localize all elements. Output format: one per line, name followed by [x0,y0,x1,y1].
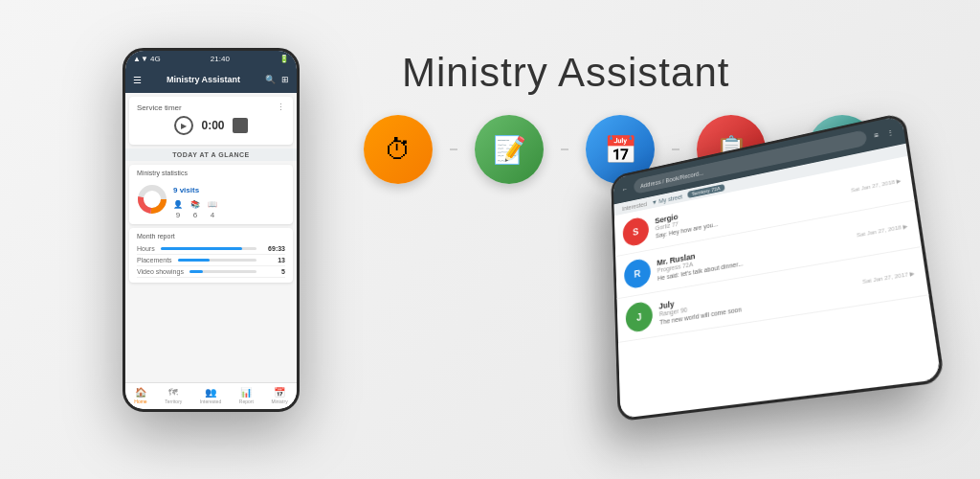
month-report-title: Month report [137,233,285,240]
ministry-stats-section: Ministry statistics 9 visits 👤 9 [129,165,293,224]
filter-icon[interactable]: ≡ [874,130,880,139]
nav-home[interactable]: 🏠 Home [134,387,146,405]
hours-label: Hours [137,245,155,252]
calendar-icon-symbol: 📅 [604,134,637,166]
icon-connector-3 [672,148,679,150]
avatar-sergio: S [622,216,649,247]
back-icon[interactable]: ← [621,185,628,194]
nav-interested[interactable]: 👥 Interested [200,387,221,405]
nav-territory[interactable]: 🗺 Territory [165,387,182,405]
territory-nav-label: Territory [165,399,182,404]
placements-label: Placements [137,257,172,263]
notes-feature-icon[interactable]: 📝 [475,115,544,184]
toolbar-title: Ministry Assistant [167,75,240,84]
video-value: 5 [262,268,285,275]
app-main-title: Ministry Assistant [402,50,729,96]
stat-books-value: 6 [193,211,197,219]
report-row-video: Video showings 5 [137,266,285,278]
report-row-hours: Hours 69:33 [137,243,285,255]
ministry-nav-label: Ministry [271,399,287,404]
phone-left: ▲▼ 4G 21:40 🔋 ☰ Ministry Assistant 🔍 ⊞ S… [122,48,300,412]
phone-left-screen: ▲▼ 4G 21:40 🔋 ☰ Ministry Assistant 🔍 ⊞ S… [125,51,297,409]
ministry-nav-icon: 📅 [274,387,285,398]
stat-books: 📚 6 [190,200,200,219]
placements-value: 13 [262,257,285,263]
video-label: Video showings [137,268,184,275]
avatar-july: J [625,301,653,334]
video-bar-container [189,270,256,273]
menu-icon[interactable]: ☰ [133,75,142,85]
hours-bar [161,247,242,250]
ministry-donut-chart [137,184,167,215]
status-bar: ▲▼ 4G 21:40 🔋 [125,51,297,66]
service-timer-section: Service timer ⋮ ▶ 0:00 [129,97,293,145]
placements-bar [178,259,210,262]
stat-other-value: 4 [211,211,214,219]
report-row-placements: Placements 13 [137,255,285,266]
search-icon[interactable]: 🔍 [265,75,276,84]
search-placeholder-text: Address / Book/Record... [640,170,704,189]
service-timer-label: Service timer [137,103,182,112]
interested-nav-label: Interested [200,399,221,404]
avatar-ruslan: R [624,258,652,290]
month-report-section: Month report Hours 69:33 Placements 13 [129,228,293,283]
report-nav-icon: 📊 [240,387,252,398]
bottom-nav: 🏠 Home 🗺 Territory 👥 Interested 📊 Report… [125,382,297,409]
stop-button[interactable] [233,118,248,133]
icon-connector-1 [450,148,457,150]
stat-other: 📖 4 [208,200,217,219]
nav-ministry[interactable]: 📅 Ministry [271,387,287,405]
battery-icon: 🔋 [279,55,289,63]
notes-icon-symbol: 📝 [493,134,526,166]
contact-date-ruslan: Sat Jan 27, 2018 ▶ [857,221,909,237]
grid-icon[interactable]: ⊞ [281,75,289,84]
timer-more-icon[interactable]: ⋮ [277,103,285,112]
timer-display: 0:00 [201,119,224,132]
more-icon-right[interactable]: ⋮ [886,127,895,137]
hours-bar-container [161,247,256,250]
stat-people: 👤 9 [173,200,183,219]
home-nav-icon: 🏠 [135,387,146,398]
play-button[interactable]: ▶ [174,116,193,135]
glance-header: TODAY AT A GLANCE [125,148,297,161]
territory-nav-icon: 🗺 [168,387,178,398]
phone-toolbar: ☰ Ministry Assistant 🔍 ⊞ [125,66,297,93]
report-nav-label: Report [239,399,254,404]
ministry-stats-label: Ministry statistics [137,170,285,176]
timer-icon-symbol: ⏱ [385,134,412,166]
hours-value: 69:33 [262,245,285,252]
other-icon: 📖 [208,200,217,209]
people-icon: 👤 [173,200,183,209]
stat-people-value: 9 [176,211,180,219]
status-time: 21:40 [211,55,230,63]
nav-report[interactable]: 📊 Report [239,387,254,405]
contact-date-sergio: Sat Jan 27, 2018 ▶ [851,176,902,193]
books-icon: 📚 [190,200,200,209]
signal-icon: ▲▼ 4G [133,55,161,63]
video-bar [189,270,203,273]
timer-controls: ▶ 0:00 [137,116,285,135]
phone-content: Service timer ⋮ ▶ 0:00 TODAY AT A GLANCE… [125,93,297,382]
contact-date-july: Sat Jan 27, 2017 ▶ [862,269,916,285]
timer-feature-icon[interactable]: ⏱ [364,115,433,184]
icon-connector-2 [561,148,568,150]
placements-bar-container [178,259,256,262]
home-nav-label: Home [134,399,146,404]
interested-nav-icon: 👥 [205,387,216,398]
visits-link[interactable]: 9 visits [173,186,199,194]
